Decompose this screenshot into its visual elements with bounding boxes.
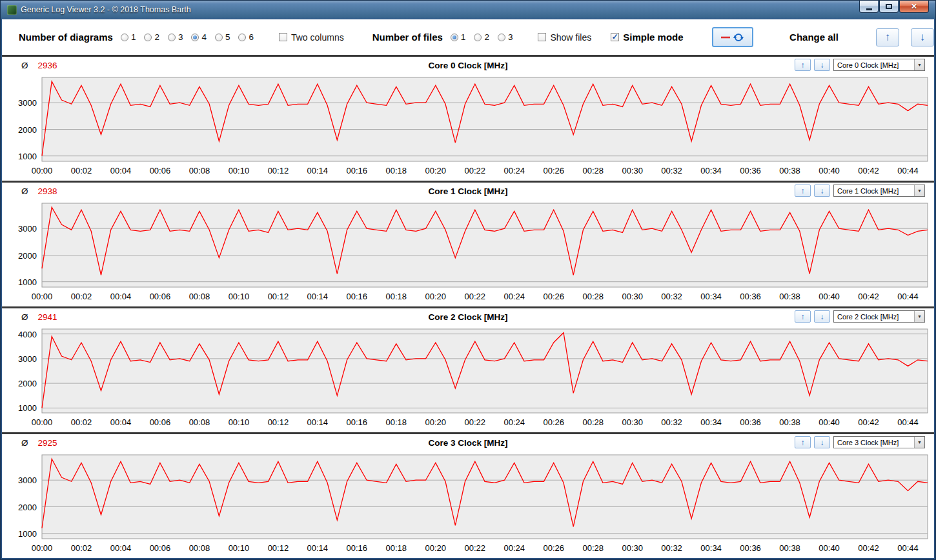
average-value: 2941	[38, 312, 57, 322]
svg-text:1000: 1000	[18, 277, 37, 287]
chart-plot[interactable]: 10002000300000:0000:0200:0400:0600:0800:…	[2, 74, 934, 181]
dropdown-arrow-icon: ▼	[914, 185, 924, 196]
files-radio-2[interactable]: 2	[474, 32, 489, 42]
number-of-files-label: Number of files	[372, 32, 443, 43]
svg-text:00:04: 00:04	[110, 543, 132, 553]
svg-text:00:44: 00:44	[897, 417, 919, 427]
svg-text:00:18: 00:18	[386, 292, 407, 301]
move-all-up-button[interactable]: ↑	[876, 28, 899, 46]
show-files-checkbox[interactable]: ✓ Show files	[538, 32, 591, 43]
series-dropdown[interactable]: Core 1 Clock [MHz] ▼	[833, 185, 925, 197]
svg-text:1000: 1000	[18, 403, 37, 413]
chart-move-up-button[interactable]: ↑	[795, 436, 811, 448]
diagrams-radio-2[interactable]: 2	[144, 32, 159, 42]
refresh-icon	[733, 34, 744, 41]
files-radio-3[interactable]: 3	[498, 32, 513, 42]
svg-text:00:06: 00:06	[150, 292, 171, 301]
svg-text:00:02: 00:02	[71, 292, 92, 301]
chart-controls: ↑ ↓ Core 3 Clock [MHz] ▼	[795, 436, 925, 448]
window-content: Number of diagrams 1 2 3 4 5 6 ✓ Two col…	[2, 19, 934, 558]
radio-label: 1	[461, 32, 466, 42]
redraw-button[interactable]	[712, 27, 754, 47]
move-all-down-button[interactable]: ↓	[911, 28, 934, 46]
svg-text:00:30: 00:30	[622, 417, 643, 427]
radio-icon	[191, 34, 199, 41]
average-value: 2925	[38, 438, 57, 448]
radio-label: 4	[201, 32, 207, 42]
svg-text:2000: 2000	[18, 503, 37, 512]
series-dropdown[interactable]: Core 3 Clock [MHz] ▼	[833, 436, 925, 448]
svg-text:00:44: 00:44	[897, 543, 919, 553]
chart-move-up-button[interactable]: ↑	[795, 59, 811, 71]
chart-plot[interactable]: 100020003000400000:0000:0200:0400:0600:0…	[2, 325, 934, 432]
dropdown-arrow-icon: ▼	[914, 311, 924, 322]
svg-text:00:30: 00:30	[622, 292, 643, 301]
arrow-up-icon: ↑	[885, 31, 891, 44]
svg-text:00:10: 00:10	[229, 417, 250, 427]
diagrams-radio-1[interactable]: 1	[121, 32, 136, 42]
series-dropdown[interactable]: Core 2 Clock [MHz] ▼	[833, 310, 925, 323]
svg-text:1000: 1000	[18, 152, 37, 161]
svg-text:00:06: 00:06	[150, 166, 171, 175]
svg-text:3000: 3000	[18, 475, 37, 485]
diagrams-radio-3[interactable]: 3	[168, 32, 183, 42]
average-block: Ø 2936	[21, 61, 57, 70]
svg-text:00:02: 00:02	[71, 543, 92, 553]
series-dropdown[interactable]: Core 0 Clock [MHz] ▼	[833, 59, 925, 71]
svg-text:00:10: 00:10	[229, 166, 250, 175]
maximize-icon	[886, 4, 892, 9]
svg-text:1000: 1000	[18, 529, 37, 539]
file-count-group: 1 2 3	[451, 32, 522, 42]
svg-text:00:12: 00:12	[268, 417, 289, 427]
app-icon	[7, 5, 17, 15]
diagrams-radio-4[interactable]: 4	[191, 32, 207, 42]
redraw-icon	[719, 32, 746, 43]
svg-text:00:28: 00:28	[582, 417, 604, 427]
svg-text:00:14: 00:14	[307, 292, 329, 301]
svg-text:00:38: 00:38	[779, 292, 800, 301]
chart-plot[interactable]: 10002000300000:0000:0200:0400:0600:0800:…	[2, 199, 934, 306]
chart-move-down-button[interactable]: ↓	[814, 310, 830, 323]
chart-move-down-button[interactable]: ↓	[814, 185, 830, 197]
arrow-up-icon: ↑	[801, 186, 805, 195]
average-symbol: Ø	[21, 61, 28, 70]
number-of-diagrams-label: Number of diagrams	[19, 32, 113, 43]
radio-label: 3	[508, 32, 513, 42]
svg-text:00:42: 00:42	[858, 417, 879, 427]
svg-text:00:24: 00:24	[504, 292, 525, 301]
chart-panel-core3: Ø 2925 Core 3 Clock [MHz] ↑ ↓ Core 3 Clo…	[2, 432, 934, 558]
chart-header: Ø 2941 Core 2 Clock [MHz] ↑ ↓ Core 2 Clo…	[2, 308, 934, 325]
diagrams-radio-6[interactable]: 6	[238, 32, 254, 42]
radio-label: 6	[249, 32, 254, 42]
svg-text:00:18: 00:18	[386, 543, 407, 553]
svg-text:00:22: 00:22	[465, 166, 486, 175]
chart-move-up-button[interactable]: ↑	[795, 185, 811, 197]
close-button[interactable]: ✕	[899, 1, 929, 13]
svg-text:00:26: 00:26	[543, 292, 564, 301]
change-all-label: Change all	[789, 32, 839, 43]
minimize-button[interactable]	[859, 1, 879, 13]
chart-controls: ↑ ↓ Core 1 Clock [MHz] ▼	[795, 185, 925, 197]
chart-move-down-button[interactable]: ↓	[814, 59, 830, 71]
maximize-button[interactable]	[879, 1, 899, 13]
svg-text:4000: 4000	[18, 330, 37, 339]
svg-text:2000: 2000	[18, 251, 37, 261]
radio-icon	[144, 34, 152, 41]
svg-text:00:44: 00:44	[897, 292, 919, 301]
svg-text:00:26: 00:26	[543, 543, 564, 553]
radio-label: 2	[154, 32, 159, 42]
chart-plot[interactable]: 10002000300000:0000:0200:0400:0600:0800:…	[2, 451, 934, 558]
svg-text:00:04: 00:04	[110, 417, 132, 427]
diagrams-radio-5[interactable]: 5	[215, 32, 230, 42]
title-bar[interactable]: Generic Log Viewer 3.2 - © 2018 Thomas B…	[2, 0, 934, 19]
chart-move-down-button[interactable]: ↓	[814, 436, 830, 448]
chart-move-up-button[interactable]: ↑	[795, 310, 811, 323]
radio-label: 5	[225, 32, 230, 42]
two-columns-checkbox[interactable]: ✓ Two columns	[279, 32, 344, 43]
arrow-down-icon: ↓	[820, 438, 824, 447]
toolbar: Number of diagrams 1 2 3 4 5 6 ✓ Two col…	[2, 19, 934, 57]
files-radio-1[interactable]: 1	[451, 32, 466, 42]
chart-panel-core1: Ø 2938 Core 1 Clock [MHz] ↑ ↓ Core 1 Clo…	[2, 181, 934, 306]
chart-controls: ↑ ↓ Core 0 Clock [MHz] ▼	[795, 59, 925, 71]
simple-mode-checkbox[interactable]: ✓ Simple mode	[611, 32, 683, 43]
